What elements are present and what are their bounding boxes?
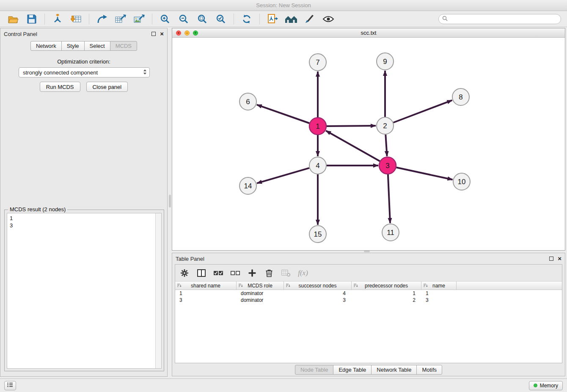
table-cell: 1 xyxy=(175,290,237,297)
edge-2-8[interactable] xyxy=(394,100,452,123)
gear-icon[interactable] xyxy=(179,267,190,279)
search-field[interactable] xyxy=(438,14,561,24)
open-session-icon[interactable] xyxy=(5,12,21,26)
export-table-icon[interactable] xyxy=(113,12,129,26)
style-brush-icon[interactable] xyxy=(302,12,318,26)
zoom-out-icon[interactable] xyxy=(176,12,192,26)
close-table-panel-icon[interactable]: × xyxy=(558,257,561,261)
save-session-icon[interactable] xyxy=(24,12,40,26)
tab-style[interactable]: Style xyxy=(61,41,85,51)
table-cell: 4 xyxy=(284,290,352,297)
node-table-container: f(x) shared nameMCDS rolesuccessor nodes… xyxy=(175,264,562,363)
graph-node-11[interactable]: 11 xyxy=(382,224,399,241)
status-bar: Memory xyxy=(0,378,567,392)
column-header-mcds-role[interactable]: MCDS role xyxy=(237,282,284,290)
column-header-name[interactable]: name xyxy=(421,282,457,290)
tab-network[interactable]: Network xyxy=(30,41,62,51)
criterion-value: strongly connected component xyxy=(23,69,143,76)
edge-3-11[interactable] xyxy=(388,174,390,223)
horizontal-splitter-handle[interactable] xyxy=(364,251,370,252)
run-mcds-button[interactable]: Run MCDS xyxy=(40,82,80,92)
table-row[interactable]: 1dominator411 xyxy=(175,290,562,297)
vertical-splitter-handle[interactable] xyxy=(169,195,171,207)
column-header-label: MCDS role xyxy=(248,283,272,289)
graph-node-label: 1 xyxy=(316,122,319,130)
tab-mcds[interactable]: MCDS xyxy=(110,41,137,51)
table-panel: Table Panel × xyxy=(172,253,565,376)
graph-node-7[interactable]: 7 xyxy=(309,54,326,71)
column-header-label: predecessor nodes xyxy=(365,283,408,289)
window-title: Session: New Session xyxy=(0,0,567,11)
graph-node-1[interactable]: 1 xyxy=(309,118,326,135)
graph-node-2[interactable]: 2 xyxy=(377,117,394,134)
task-history-button[interactable] xyxy=(4,381,16,390)
search-input[interactable] xyxy=(450,16,557,22)
add-column-icon[interactable] xyxy=(247,267,257,279)
columns-icon[interactable] xyxy=(196,267,206,279)
result-scrollbar[interactable] xyxy=(155,213,161,368)
export-image-icon[interactable] xyxy=(131,12,147,26)
toolbar-separator xyxy=(259,14,260,25)
refresh-icon[interactable] xyxy=(239,12,255,26)
import-table-icon[interactable] xyxy=(68,12,84,26)
table-panel-title: Table Panel xyxy=(176,256,204,262)
network-window-titlebar[interactable]: × − + scc.txt xyxy=(172,28,565,38)
edge-3-1[interactable] xyxy=(326,131,380,161)
tab-select[interactable]: Select xyxy=(84,41,110,51)
zoom-in-icon[interactable] xyxy=(157,12,173,26)
close-panel-icon[interactable]: × xyxy=(160,32,164,36)
export-network-icon[interactable] xyxy=(94,12,110,26)
column-header-predecessor-nodes[interactable]: predecessor nodes xyxy=(352,282,421,290)
table-cell: 3 xyxy=(421,297,457,304)
network-canvas[interactable]: 7968124314101511 xyxy=(172,38,565,250)
sort-icon xyxy=(353,283,358,289)
minimize-window-icon[interactable]: − xyxy=(184,30,190,36)
zoom-fit-icon[interactable] xyxy=(194,12,210,26)
eye-icon[interactable] xyxy=(320,12,336,26)
edge-3-10[interactable] xyxy=(396,168,453,180)
mcds-result-group: MCDS result (2 nodes) 13 xyxy=(4,210,164,371)
tab-edge-table[interactable]: Edge Table xyxy=(333,365,372,375)
delete-column-icon[interactable] xyxy=(264,267,274,279)
zoom-selected-icon[interactable] xyxy=(213,12,229,26)
float-panel-icon[interactable] xyxy=(151,32,156,36)
graph-node-15[interactable]: 15 xyxy=(309,226,326,243)
column-header-successor-nodes[interactable]: successor nodes xyxy=(284,282,352,290)
graph-node-4[interactable]: 4 xyxy=(309,157,326,174)
graph-node-label: 8 xyxy=(459,93,462,101)
maximize-window-icon[interactable]: + xyxy=(193,30,198,36)
edge-1-6[interactable] xyxy=(257,105,309,123)
edge-4-14[interactable] xyxy=(257,168,309,183)
table-row[interactable]: 3dominator323 xyxy=(175,297,562,304)
duplicate-network-icon[interactable] xyxy=(264,12,281,26)
home-icon[interactable] xyxy=(283,12,299,26)
sort-icon xyxy=(177,283,182,289)
tab-motifs[interactable]: Motifs xyxy=(416,365,442,375)
graph-node-9[interactable]: 9 xyxy=(377,53,394,70)
tab-node-table[interactable]: Node Table xyxy=(295,365,334,375)
import-network-icon[interactable] xyxy=(50,12,66,26)
column-header-label: shared name xyxy=(191,283,220,289)
table-cell: 1 xyxy=(352,290,421,297)
memory-button[interactable]: Memory xyxy=(529,381,563,390)
column-header-shared-name[interactable]: shared name xyxy=(175,282,237,290)
graph-node-6[interactable]: 6 xyxy=(239,93,256,110)
graph-node-14[interactable]: 14 xyxy=(239,177,256,194)
sort-icon xyxy=(286,283,290,289)
toolbar-separator xyxy=(89,14,89,25)
graph-node-label: 15 xyxy=(314,230,322,238)
select-all-icon[interactable] xyxy=(213,267,223,279)
mcds-result-list-box[interactable]: 13 xyxy=(7,213,162,369)
deselect-all-icon[interactable] xyxy=(230,267,240,279)
graph-node-label: 11 xyxy=(387,229,394,237)
edge-1-2[interactable] xyxy=(327,126,376,126)
graph-node-10[interactable]: 10 xyxy=(453,173,470,190)
graph-node-3[interactable]: 3 xyxy=(379,157,396,174)
criterion-dropdown[interactable]: strongly connected component xyxy=(19,67,150,77)
float-table-panel-icon[interactable] xyxy=(549,257,553,261)
edge-2-3[interactable] xyxy=(385,135,387,156)
graph-node-8[interactable]: 8 xyxy=(452,88,469,105)
tab-network-table[interactable]: Network Table xyxy=(371,365,417,375)
close-panel-button[interactable]: Close panel xyxy=(86,82,128,92)
close-window-icon[interactable]: × xyxy=(176,30,181,36)
